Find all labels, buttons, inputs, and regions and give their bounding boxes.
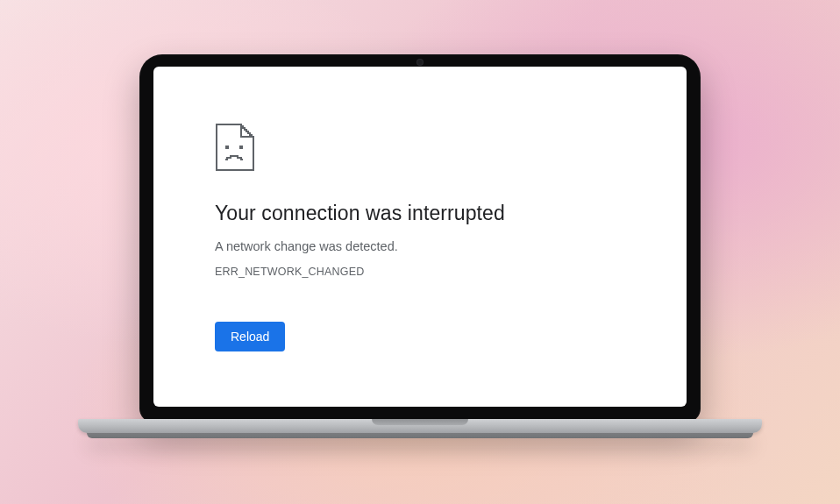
sad-page-icon xyxy=(215,123,255,172)
laptop-base-top xyxy=(78,419,762,433)
svg-rect-1 xyxy=(239,146,243,149)
laptop-base-edge xyxy=(87,433,753,438)
error-code: ERR_NETWORK_CHANGED xyxy=(215,266,625,278)
laptop-frame: Your connection was interrupted A networ… xyxy=(139,54,701,438)
laptop-hinge-notch xyxy=(372,419,468,425)
svg-rect-0 xyxy=(225,146,229,149)
laptop-base xyxy=(78,419,762,438)
browser-error-page: Your connection was interrupted A networ… xyxy=(153,67,687,378)
webcam-dot xyxy=(417,60,423,65)
laptop-screen: Your connection was interrupted A networ… xyxy=(153,67,687,407)
laptop-lid: Your connection was interrupted A networ… xyxy=(139,54,701,422)
reload-button[interactable]: Reload xyxy=(215,322,285,351)
error-heading: Your connection was interrupted xyxy=(215,202,625,225)
error-subtext: A network change was detected. xyxy=(215,239,625,253)
